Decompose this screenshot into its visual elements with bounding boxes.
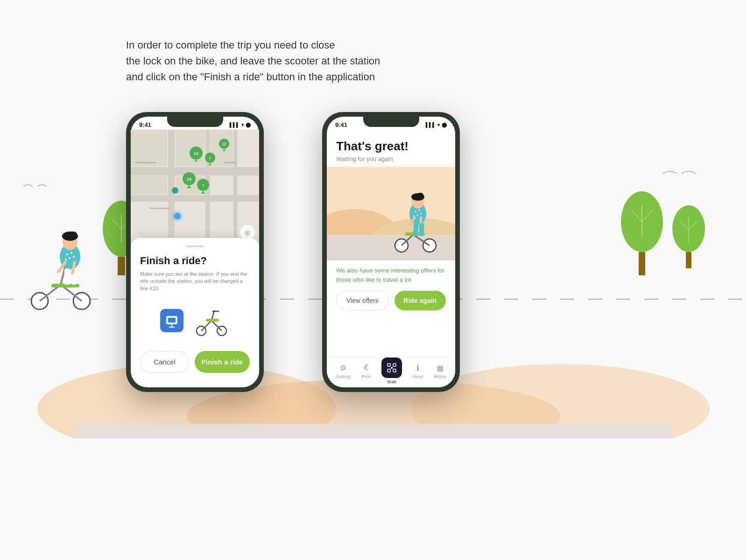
left-phone-frame: 9:41 ▌▌▌ ▾ ⬤	[126, 112, 264, 392]
svg-point-16	[70, 252, 72, 254]
svg-text:Ravala puiestee: Ravala puiestee	[149, 207, 170, 210]
ride-again-button[interactable]: Ride again	[395, 291, 446, 310]
offers-link[interactable]: interesting offers	[391, 267, 436, 274]
description-text: In order to complete the trip you need t…	[126, 37, 380, 85]
tree-right-2	[672, 205, 705, 268]
svg-point-18	[73, 256, 75, 258]
svg-point-85	[419, 210, 420, 211]
svg-rect-96	[388, 364, 390, 366]
sheet-handle	[186, 245, 204, 247]
svg-rect-99	[393, 369, 396, 372]
svg-rect-28	[131, 167, 259, 175]
svg-rect-62	[168, 318, 176, 322]
finish-ride-sheet: Finish a ride? Make sure you are at the …	[131, 238, 259, 387]
right-phone-frame: 9:41 ▌▌▌ ▾ ⬤ That's great! Waiting for y…	[322, 112, 460, 392]
left-status-icons: ▌▌▌ ▾ ⬤	[230, 122, 251, 127]
history-icon: ▦	[435, 363, 445, 373]
svg-point-17	[69, 257, 70, 259]
svg-point-22	[70, 231, 77, 237]
svg-text:14: 14	[187, 177, 191, 182]
nav-about[interactable]: ℹ About	[412, 363, 423, 379]
birds-left	[23, 182, 51, 193]
tree-right-1	[621, 191, 663, 275]
right-phone-screen: 9:41 ▌▌▌ ▾ ⬤ That's great! Waiting for y…	[327, 117, 455, 387]
offers-text: We also have some interesting offers for…	[336, 266, 446, 284]
price-icon: €	[361, 363, 371, 373]
svg-point-84	[415, 211, 416, 212]
svg-rect-95	[419, 223, 424, 236]
nav-settings[interactable]: ⚙ Settings	[336, 363, 351, 379]
svg-point-15	[66, 253, 68, 255]
station-icon	[160, 309, 183, 332]
success-title: That's great!	[336, 139, 446, 154]
svg-line-67	[201, 321, 211, 331]
svg-text:14: 14	[194, 151, 198, 156]
svg-rect-29	[131, 195, 259, 202]
right-phone: 9:41 ▌▌▌ ▾ ⬤ That's great! Waiting for y…	[322, 112, 460, 392]
desc-line2: the lock on the bike, and leave the scoo…	[126, 55, 380, 67]
svg-text:◎: ◎	[245, 229, 250, 236]
map-view: Estonia puiestee Kompassi Ravala puieste…	[131, 130, 259, 251]
success-content: That's great! Waiting for you again	[327, 130, 455, 162]
svg-text:7: 7	[209, 156, 211, 160]
svg-point-42	[172, 210, 183, 222]
svg-rect-34	[176, 130, 204, 166]
scooter-icons	[140, 300, 250, 342]
svg-point-86	[417, 215, 418, 216]
nav-scan[interactable]: Scan	[381, 357, 402, 384]
svg-point-19	[65, 259, 67, 260]
birds-right	[663, 168, 700, 182]
finish-ride-button[interactable]: Finish a ride	[195, 351, 250, 373]
cancel-button[interactable]: Cancel	[140, 351, 189, 373]
bottom-nav: ⚙ Settings € Price	[327, 357, 455, 387]
right-notch	[363, 117, 419, 127]
nav-price[interactable]: € Price	[361, 363, 371, 379]
modal-buttons: Cancel Finish a ride	[140, 351, 250, 373]
left-time: 9:41	[139, 121, 151, 128]
scan-icon	[381, 357, 402, 378]
svg-point-91	[417, 193, 423, 197]
svg-rect-94	[414, 223, 418, 236]
view-offers-button[interactable]: View offers	[336, 291, 389, 310]
svg-rect-100	[391, 367, 393, 369]
about-icon: ℹ	[413, 363, 423, 373]
modal-title: Finish a ride?	[140, 255, 250, 267]
svg-text:Kompassi: Kompassi	[224, 161, 236, 164]
desc-line1: In order to complete the trip you need t…	[126, 39, 335, 51]
svg-rect-31	[205, 130, 210, 251]
svg-rect-32	[233, 130, 237, 251]
action-buttons: View offers Ride again	[327, 291, 455, 310]
modal-desc: Make sure you are at the station. If you…	[140, 271, 250, 292]
svg-point-49	[172, 187, 178, 194]
svg-rect-36	[131, 176, 167, 194]
desc-line3: and click on the "Finish a ride" button …	[126, 71, 375, 83]
right-time: 9:41	[335, 121, 347, 128]
svg-rect-4	[75, 424, 672, 439]
left-notch	[167, 117, 223, 127]
svg-text:7: 7	[202, 183, 204, 188]
settings-icon: ⚙	[338, 363, 348, 373]
svg-text:Estonia puiestee: Estonia puiestee	[135, 161, 156, 164]
svg-point-87	[421, 213, 422, 215]
nav-history[interactable]: ▦ History	[433, 363, 446, 379]
right-status-icons: ▌▌▌ ▾ ⬤	[426, 122, 447, 127]
left-phone: 9:41 ▌▌▌ ▾ ⬤	[126, 112, 264, 392]
left-phone-screen: 9:41 ▌▌▌ ▾ ⬤	[131, 117, 259, 387]
svg-rect-98	[388, 369, 390, 372]
svg-rect-71	[206, 319, 219, 322]
svg-text:12: 12	[222, 142, 226, 146]
success-illustration	[327, 167, 455, 260]
success-subtitle: Waiting for you again	[336, 155, 446, 162]
svg-line-68	[211, 321, 222, 331]
scooter-icon	[193, 302, 230, 339]
rider-left-illustration	[26, 229, 100, 315]
svg-rect-23	[64, 268, 70, 285]
svg-rect-97	[393, 364, 396, 366]
